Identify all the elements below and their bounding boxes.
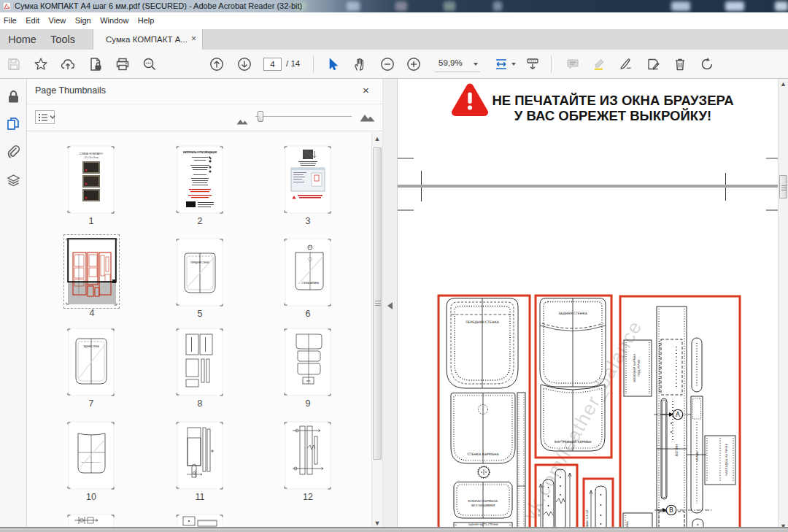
desktop-blur-blob xyxy=(347,1,360,11)
panel-title: Page Thumbnails xyxy=(35,85,106,96)
thumbnail-size-slider[interactable] xyxy=(255,116,352,117)
thumbnail-page-number: 12 xyxy=(282,492,333,502)
menu-sign[interactable]: Sign xyxy=(72,12,94,25)
fit-width-icon[interactable] xyxy=(493,56,509,72)
piece-label: БОКОВОЙ КАРМАН xyxy=(633,353,636,382)
piece-label: ВНУТРЕННИЙ КАРМАН xyxy=(555,439,592,444)
thumbnail-page-number: 3 xyxy=(282,216,333,226)
highlight-icon[interactable] xyxy=(591,56,607,72)
panel-splitter[interactable] xyxy=(382,79,398,532)
zoom-in-thumbnails-icon[interactable] xyxy=(360,112,375,125)
crop-mark xyxy=(398,209,414,211)
zoom-value: 59,9% xyxy=(439,58,463,67)
search-icon[interactable] xyxy=(142,56,158,72)
star-icon[interactable] xyxy=(33,56,49,72)
tab-home[interactable]: Home xyxy=(0,29,45,50)
select-tool-icon[interactable] xyxy=(325,56,341,72)
desktop-blur-blob xyxy=(671,1,690,11)
crop-mark xyxy=(766,158,778,159)
collapse-panel-icon[interactable] xyxy=(387,302,393,309)
warning-line-1: НЕ ПЕЧАТАЙТЕ ИЗ ОКНА БРАУЗЕРА xyxy=(474,93,752,109)
tab-document-label: Сумка КОМПАКТ А... xyxy=(106,35,188,44)
toolbar: 4 / 14 59,9% xyxy=(0,50,788,79)
next-page-icon[interactable] xyxy=(236,56,252,72)
thumbnail-page-number: 9 xyxy=(282,398,333,409)
piece-label: СТЕНКА КАРМАНА xyxy=(467,452,499,456)
desktop-blur-blob xyxy=(725,1,744,11)
document-scrollbar[interactable]: ▲ ▼ xyxy=(778,79,788,532)
piece-label: ЗАДНЯЯ ЧАСТЬ СТЕНКИ xyxy=(468,523,498,526)
lock-icon[interactable] xyxy=(6,89,21,104)
desktop-blur-blob xyxy=(444,1,455,11)
document-scrollbar-thumb[interactable] xyxy=(779,175,787,198)
page-thumbnails-icon[interactable] xyxy=(6,116,21,131)
export-lock-icon[interactable] xyxy=(88,56,104,72)
thumbnail-page-number: 4 xyxy=(66,308,117,318)
zoom-out-thumbnails-icon[interactable] xyxy=(236,115,248,128)
thumbnail-options-button[interactable] xyxy=(35,110,55,124)
menu-help[interactable]: Help xyxy=(135,12,158,25)
svg-text:СТЕНКА КАРМАНА: СТЕНКА КАРМАНА xyxy=(301,282,319,285)
scroll-up-icon[interactable]: ▲ xyxy=(779,80,788,89)
crop-mark xyxy=(766,209,778,211)
pattern-page: vk.com/leather_balance xyxy=(398,288,778,532)
panel-close-icon[interactable]: × xyxy=(363,84,369,96)
menu-window[interactable]: Window xyxy=(97,12,131,25)
print-icon[interactable] xyxy=(115,56,131,72)
rotate-icon[interactable] xyxy=(699,56,715,72)
thumbnail-page-image xyxy=(63,234,120,309)
piece-label: БЕЗ НАШИВКИ xyxy=(471,504,495,507)
zoom-out-icon[interactable] xyxy=(379,56,395,72)
comment-icon[interactable] xyxy=(565,56,581,72)
title-bar: Сумка КОМПАКТ А4 шаг 6 мм.pdf (SECURED) … xyxy=(0,0,788,12)
page-separator xyxy=(398,185,778,188)
scroll-up-icon[interactable]: ▲ xyxy=(372,134,382,144)
tab-tools[interactable]: Tools xyxy=(41,29,85,50)
tab-close-icon[interactable]: × xyxy=(191,34,196,44)
thumbnail-page-image: ВНУТРЕННИЙ КАРМАН xyxy=(65,418,117,493)
piece-label: КЛАПАН КАРМАНА xyxy=(468,499,498,503)
svg-text:ПЕРЕДНЯЯ СТЕНКА: ПЕРЕДНЯЯ СТЕНКА xyxy=(190,261,209,264)
svg-text:МАТЕРИАЛЫ И РЕКОМЕНДАЦИИ: МАТЕРИАЛЫ И РЕКОМЕНДАЦИИ xyxy=(183,151,217,154)
hand-tool-icon[interactable] xyxy=(352,56,368,72)
thumbnail-page-image: лого xyxy=(282,325,334,399)
previous-page-icon[interactable] xyxy=(209,56,225,72)
divider xyxy=(27,104,382,104)
trash-icon[interactable] xyxy=(672,56,688,72)
save-icon[interactable] xyxy=(6,56,22,72)
tab-document[interactable]: Сумка КОМПАКТ А... × xyxy=(93,29,203,50)
menu-file[interactable]: File xyxy=(1,12,20,25)
warning-line-2: У ВАС ОБРЕЖЕТ ВЫКРОЙКУ! xyxy=(474,109,752,124)
page-number-input[interactable]: 4 xyxy=(263,58,282,71)
document-view[interactable]: НЕ ПЕЧАТАЙТЕ ИЗ ОКНА БРАУЗЕРА У ВАС ОБРЕ… xyxy=(398,79,778,532)
piece-label: ЗАДНЯЯ СТЕНКА xyxy=(558,312,588,315)
thumbnail-page-number: 7 xyxy=(66,398,117,409)
thumbnail-page-image: ПЕРЕДНЯЯ СТЕНКА xyxy=(174,235,226,309)
layers-icon[interactable] xyxy=(6,173,21,188)
panel-scrollbar-thumb[interactable] xyxy=(373,147,382,460)
share-cloud-icon[interactable] xyxy=(60,56,76,72)
desktop-blur-blob xyxy=(493,1,502,11)
toolbar-separator xyxy=(313,55,314,73)
zoom-in-icon[interactable] xyxy=(406,56,422,72)
main-area: Page Thumbnails × СУМКА «КОМПАКТ» 17 х 1… xyxy=(0,79,788,532)
taskbar-edge xyxy=(0,527,788,532)
menu-bar: File Edit View Sign Window Help xyxy=(0,12,788,29)
warning-text: НЕ ПЕЧАТАЙТЕ ИЗ ОКНА БРАУЗЕРА У ВАС ОБРЕ… xyxy=(474,93,752,123)
slider-thumb[interactable] xyxy=(258,111,263,122)
thumbnail-page-image xyxy=(282,418,334,493)
divider xyxy=(27,131,382,131)
zoom-level-dropdown[interactable]: 59,9% xyxy=(435,57,480,72)
sign-icon[interactable] xyxy=(618,56,634,72)
thumbnail-page-image: МАТЕРИАЛЫ И РЕКОМЕНДАЦИИ xyxy=(174,142,226,217)
page-thumbnails-panel: Page Thumbnails × СУМКА «КОМПАКТ» 17 х 1… xyxy=(27,79,382,532)
fill-sign-icon[interactable] xyxy=(645,56,661,72)
panel-scrollbar[interactable]: ▲ ▼ xyxy=(371,133,383,532)
menu-edit[interactable]: Edit xyxy=(23,12,42,25)
menu-view[interactable]: View xyxy=(46,12,69,25)
attachments-icon[interactable] xyxy=(6,144,21,160)
page-scrolling-icon[interactable] xyxy=(525,56,541,72)
thumbnail-page-image xyxy=(282,142,334,217)
adobe-pdf-icon xyxy=(3,2,11,10)
svg-text:ЗАДНЯЯ СТЕНКА: ЗАДНЯЯ СТЕНКА xyxy=(83,345,99,348)
